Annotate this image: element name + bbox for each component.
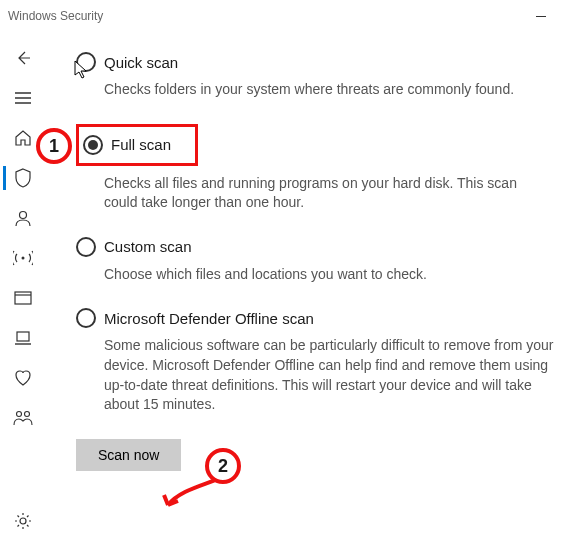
main-content: Quick scan Checks folders in your system…: [46, 32, 571, 541]
svg-point-6: [17, 412, 22, 417]
option-custom-scan: Custom scan Choose which files and locat…: [76, 237, 563, 285]
radio-dot-icon: [88, 140, 98, 150]
option-quick-scan: Quick scan Checks folders in your system…: [76, 52, 563, 100]
option-title: Custom scan: [104, 238, 192, 255]
titlebar: Windows Security: [0, 0, 571, 32]
sidebar-item-device-health[interactable]: [3, 358, 43, 398]
annotation-callout-1: 1: [36, 128, 72, 164]
sidebar: [0, 32, 46, 541]
cursor-icon: [74, 60, 90, 80]
option-description: Checks all files and running programs on…: [104, 174, 554, 213]
option-title: Quick scan: [104, 54, 178, 71]
option-title: Microsoft Defender Offline scan: [104, 310, 314, 327]
svg-rect-5: [17, 332, 29, 341]
family-icon: [13, 410, 33, 426]
option-description: Some malicious software can be particula…: [104, 336, 554, 414]
antenna-icon: [13, 250, 33, 266]
annotation-highlight: Full scan: [76, 124, 198, 166]
sidebar-item-virus[interactable]: [3, 158, 43, 198]
radio-custom-scan[interactable]: Custom scan: [76, 237, 563, 257]
svg-point-8: [20, 518, 26, 524]
option-title: Full scan: [111, 136, 171, 153]
back-arrow-icon: [15, 50, 31, 66]
sidebar-item-firewall[interactable]: [3, 238, 43, 278]
svg-rect-0: [536, 16, 546, 17]
sidebar-item-account[interactable]: [3, 198, 43, 238]
person-icon: [14, 209, 32, 227]
hamburger-icon: [15, 92, 31, 104]
scan-now-button[interactable]: Scan now: [76, 439, 181, 471]
annotation-callout-2: 2: [205, 448, 241, 484]
gear-icon: [14, 512, 32, 530]
option-full-scan: Full scan Checks all files and running p…: [76, 124, 563, 213]
back-button[interactable]: [3, 38, 43, 78]
sidebar-item-family[interactable]: [3, 398, 43, 438]
sidebar-item-settings[interactable]: [3, 501, 43, 541]
menu-button[interactable]: [3, 78, 43, 118]
laptop-icon: [14, 331, 32, 345]
home-icon: [14, 129, 32, 147]
svg-point-1: [20, 212, 27, 219]
svg-rect-3: [15, 292, 31, 304]
shield-icon: [14, 168, 32, 188]
svg-point-2: [22, 257, 25, 260]
radio-offline-scan[interactable]: Microsoft Defender Offline scan: [76, 308, 563, 328]
window-title: Windows Security: [8, 9, 519, 23]
svg-point-7: [25, 412, 30, 417]
minimize-icon: [536, 16, 546, 17]
option-description: Checks folders in your system where thre…: [104, 80, 554, 100]
browser-icon: [14, 291, 32, 305]
radio-quick-scan[interactable]: Quick scan: [76, 52, 563, 72]
minimize-button[interactable]: [519, 2, 563, 30]
window-controls: [519, 2, 563, 30]
radio-full-scan[interactable]: [83, 135, 103, 155]
option-description: Choose which files and locations you wan…: [104, 265, 554, 285]
sidebar-item-device-security[interactable]: [3, 318, 43, 358]
sidebar-item-app-control[interactable]: [3, 278, 43, 318]
heart-icon: [14, 370, 32, 386]
radio-icon: [76, 308, 96, 328]
radio-icon: [76, 237, 96, 257]
option-offline-scan: Microsoft Defender Offline scan Some mal…: [76, 308, 563, 414]
